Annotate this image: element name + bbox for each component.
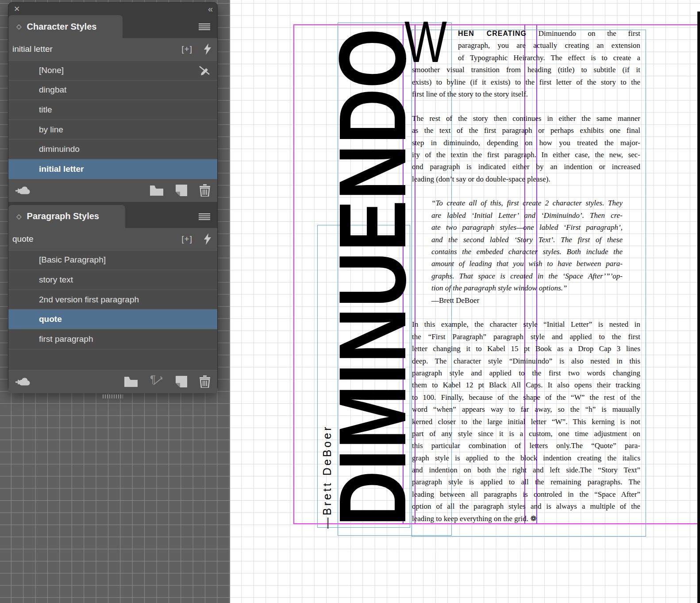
panel-menu-icon[interactable] bbox=[199, 23, 210, 30]
dropcap-indented-lines: paragraph, you are actually creating an … bbox=[412, 39, 640, 64]
paragraph-style-list: [Basic Paragraph] story text 2nd version… bbox=[8, 250, 217, 370]
story-line: word “when” appears way to far away, so … bbox=[412, 403, 640, 415]
style-label: 2nd version first paragraph bbox=[39, 295, 139, 305]
story-line: this particular combination of letters o… bbox=[412, 440, 640, 452]
style-label: quote bbox=[39, 314, 62, 324]
story-line: of Typographic Heirarchy. The effect is … bbox=[458, 52, 640, 64]
style-row-title[interactable]: title bbox=[8, 100, 217, 120]
byline-rotated[interactable]: —Brett DeBoer bbox=[317, 399, 337, 529]
paragraph-third: In this example, the character style “In… bbox=[412, 318, 640, 525]
quote-attribution: —Brett DeBoer bbox=[431, 294, 640, 306]
paragraph-styles-tab-row: ◇ Paragraph Styles bbox=[8, 205, 217, 228]
applied-character-style-row: initial letter [+] bbox=[8, 38, 217, 60]
create-new-style-icon[interactable] bbox=[176, 376, 187, 387]
style-label: initial letter bbox=[39, 164, 84, 174]
tab-character-styles[interactable]: ◇ Character Styles bbox=[8, 15, 123, 38]
story-line: graph style is applied to the block inde… bbox=[412, 452, 640, 464]
story-line: to 100. Finally, because of the shape of… bbox=[412, 391, 640, 403]
trash-icon[interactable] bbox=[200, 184, 210, 197]
style-row-dingbat[interactable]: dingbat bbox=[8, 80, 217, 100]
create-new-style-icon[interactable] bbox=[176, 185, 187, 196]
style-label: diminuindo bbox=[39, 144, 80, 154]
new-style-group-folder-icon[interactable] bbox=[150, 185, 163, 196]
quote-line: “To create all of this, first create 2 c… bbox=[431, 197, 623, 209]
style-row-by-line[interactable]: by line bbox=[8, 120, 217, 139]
story-line: part of any style since it is a custom, … bbox=[412, 428, 640, 440]
style-label: story text bbox=[39, 275, 73, 285]
quote-paragraph: “To create all of this, first create 2 c… bbox=[412, 197, 640, 306]
pen-strike-icon bbox=[199, 65, 210, 76]
style-row-story-text[interactable]: story text bbox=[8, 270, 217, 290]
cc-sync-icon[interactable] bbox=[15, 185, 150, 196]
byline-text: —Brett DeBoer bbox=[321, 425, 333, 529]
story-line: and indention on both the right and left… bbox=[412, 464, 640, 476]
panel-menu-icon[interactable] bbox=[199, 213, 210, 220]
story-line: step in diminuindo, depending on how you… bbox=[412, 137, 640, 149]
applied-paragraph-style: quote bbox=[12, 234, 181, 244]
scrollbar[interactable] bbox=[697, 12, 700, 603]
quote-lines: “To create all of this, first create 2 c… bbox=[431, 197, 623, 294]
paragraph-first: HEN CREATING Diminuendo on the first par… bbox=[412, 27, 640, 100]
panel-diamond-icon: ◇ bbox=[16, 213, 22, 220]
quote-line: are labled ‘Initial Letter’ and ‘Diminui… bbox=[431, 209, 623, 221]
applied-character-style: initial letter bbox=[12, 44, 181, 54]
style-label: [None] bbox=[39, 66, 64, 75]
story-line: option of all the paragraph styles and i… bbox=[412, 500, 640, 512]
collapse-panel-icon[interactable]: « bbox=[208, 4, 212, 14]
story-line: deep. The character style “Diminuindo” i… bbox=[412, 355, 640, 367]
story-line: ond paragraph is indicated either by an … bbox=[412, 161, 640, 173]
story-text[interactable]: HEN CREATING Diminuendo on the first par… bbox=[412, 27, 640, 537]
panel-resize-handle[interactable] bbox=[8, 393, 217, 400]
story-line: the “First Paragraph” paragraph style an… bbox=[412, 331, 640, 343]
style-row-quote[interactable]: quote bbox=[8, 309, 217, 329]
panel-window-titlebar: ✕ « bbox=[8, 3, 217, 15]
paragraph-styles-panel: ◇ Paragraph Styles quote [+] [Basic Para… bbox=[8, 205, 217, 393]
style-row-first-paragraph[interactable]: first paragraph bbox=[8, 329, 217, 349]
character-styles-footer bbox=[8, 179, 217, 202]
story-line: paragraph style and applied to the first… bbox=[412, 367, 640, 379]
story-line: kerned closer to the large initial lette… bbox=[412, 416, 640, 428]
story-line: In this example, the character style “In… bbox=[412, 318, 640, 330]
paragraph-styles-footer: ¶ bbox=[8, 370, 217, 393]
panel-divider bbox=[8, 202, 217, 205]
story-line: leading (don’t say or do double-space pl… bbox=[412, 173, 640, 185]
story-line: leading between all paragraphs is contro… bbox=[412, 488, 640, 500]
story-line: letter changing it to Kabel 15 pt Book a… bbox=[412, 343, 640, 355]
story-line: paragraph, you are actually creating an … bbox=[458, 39, 640, 51]
story-line: them to Kabel 12 pt Black All Caps. It a… bbox=[412, 379, 640, 391]
headline-text: DIMINUENDO bbox=[335, 28, 411, 526]
style-row-basic-paragraph[interactable]: [Basic Paragraph] bbox=[8, 250, 217, 270]
close-icon[interactable]: ✕ bbox=[14, 4, 20, 14]
story-line: exists) to byline (if it exists) to the … bbox=[412, 76, 640, 88]
character-styles-title: Character Styles bbox=[27, 22, 97, 32]
style-label: by line bbox=[39, 125, 63, 135]
style-row-2nd-version[interactable]: 2nd version first paragraph bbox=[8, 290, 217, 309]
lightning-icon[interactable] bbox=[204, 43, 211, 55]
cc-sync-icon[interactable] bbox=[15, 376, 124, 387]
styles-panel-window: ✕ « ◇ Character Styles initial letter [+… bbox=[8, 2, 218, 391]
quote-line: graphs. That space is created in the ‘Sp… bbox=[431, 270, 623, 282]
margin-guide-left[interactable] bbox=[293, 24, 294, 524]
lightning-icon[interactable] bbox=[204, 233, 211, 245]
style-row-none[interactable]: [None] bbox=[8, 60, 217, 80]
style-row-initial-letter[interactable]: initial letter bbox=[8, 159, 217, 179]
story-line: ity of the textin the first paragraph. I… bbox=[412, 149, 640, 161]
create-style-group-icon[interactable]: [+] bbox=[181, 234, 192, 244]
quote-line: tion of the paragraph style window optio… bbox=[431, 282, 623, 294]
style-row-diminuindo[interactable]: diminuindo bbox=[8, 139, 217, 159]
headline-rotated[interactable]: DIMINUENDO bbox=[335, 25, 411, 528]
new-style-group-folder-icon[interactable] bbox=[124, 376, 138, 387]
tab-paragraph-styles[interactable]: ◇ Paragraph Styles bbox=[8, 205, 125, 228]
panel-diamond-icon: ◇ bbox=[16, 23, 22, 31]
paragraph-styles-title: Paragraph Styles bbox=[27, 211, 99, 221]
quote-line: amount of leading that you wish to have … bbox=[431, 258, 623, 270]
create-style-group-icon[interactable]: [+] bbox=[181, 44, 192, 54]
diminuendo-lead: HEN CREATING bbox=[458, 30, 527, 37]
trash-icon[interactable] bbox=[200, 375, 210, 388]
style-label: [Basic Paragraph] bbox=[39, 255, 106, 265]
quote-line: contains the embeded character styles. B… bbox=[431, 246, 623, 258]
quote-line: and the second labled ‘Story Text’. The … bbox=[431, 234, 623, 246]
story-line: HEN CREATING Diminuendo on the first bbox=[458, 27, 640, 39]
story-line: as the text of the first paragraph or pe… bbox=[412, 124, 640, 136]
clear-overrides-icon[interactable]: ¶ bbox=[150, 376, 163, 387]
